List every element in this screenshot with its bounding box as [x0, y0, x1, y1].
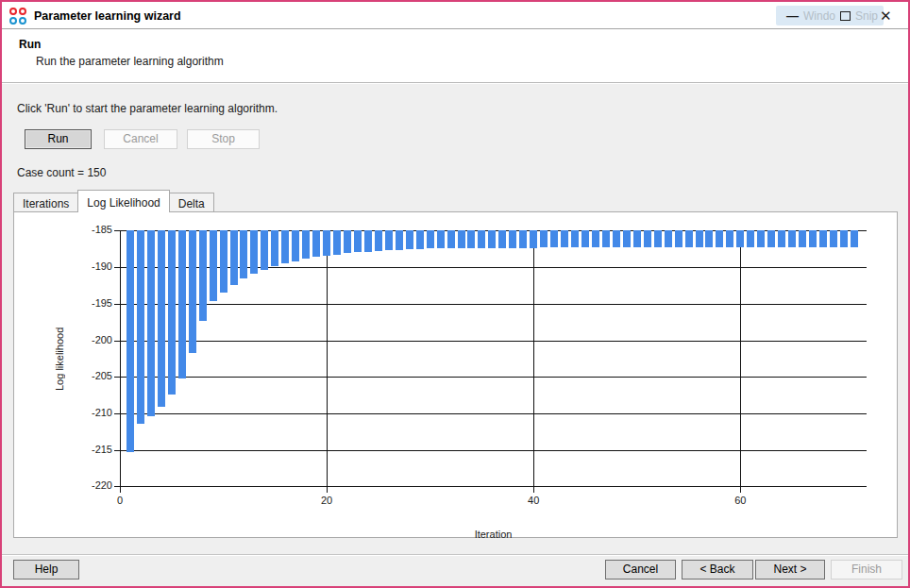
tab-delta[interactable]: Delta — [169, 193, 214, 212]
log-likelihood-bar — [654, 230, 662, 247]
log-likelihood-bar — [199, 230, 207, 321]
log-likelihood-bar — [696, 230, 703, 247]
window-title: Parameter learning wizard — [34, 9, 181, 23]
log-likelihood-bar — [550, 230, 558, 247]
h-gridline — [120, 377, 867, 378]
log-likelihood-bar — [189, 230, 196, 353]
log-likelihood-bar — [633, 230, 641, 247]
log-likelihood-bar — [271, 230, 278, 266]
log-likelihood-bar — [561, 230, 568, 247]
log-likelihood-bar — [333, 230, 341, 255]
log-likelihood-bar — [519, 230, 527, 248]
y-tick-label: -220 — [71, 479, 112, 491]
result-tabs: Iterations Log Likelihood Delta — [13, 190, 214, 212]
log-likelihood-bar — [799, 230, 806, 247]
v-gridline — [740, 230, 741, 487]
cancel-run-button[interactable]: Cancel — [104, 129, 177, 149]
log-likelihood-bar — [675, 230, 682, 247]
minimize-icon[interactable]: — — [786, 11, 799, 21]
log-likelihood-bar — [364, 230, 372, 252]
log-likelihood-bar — [250, 230, 258, 274]
log-likelihood-bar — [240, 230, 247, 278]
log-likelihood-bar — [530, 230, 537, 248]
log-likelihood-bar — [830, 230, 837, 247]
logo-ring-red — [19, 8, 26, 15]
log-likelihood-bar — [323, 230, 330, 256]
log-likelihood-bar — [210, 230, 217, 301]
tab-iterations[interactable]: Iterations — [13, 193, 78, 212]
v-gridline — [533, 230, 534, 487]
page-subtitle: Run the parameter learning algorithm — [36, 55, 224, 68]
y-axis-line — [120, 230, 121, 488]
h-gridline — [120, 341, 867, 342]
y-tick-label: -190 — [71, 260, 112, 272]
log-likelihood-bar — [385, 230, 393, 250]
log-likelihood-bar — [178, 230, 186, 378]
log-likelihood-bar — [767, 230, 775, 247]
next-button[interactable]: Next > — [755, 560, 825, 580]
y-tick-label: -195 — [71, 297, 112, 309]
x-axis-title: Iteration — [120, 529, 867, 540]
y-tick-mark — [114, 377, 120, 378]
close-icon[interactable]: ✕ — [880, 8, 892, 25]
y-tick-mark — [114, 341, 120, 342]
cancel-button[interactable]: Cancel — [605, 560, 676, 580]
plot-area: -185-190-195-200-205-210-215-2200204060 — [120, 230, 867, 487]
y-tick-label: -185 — [71, 224, 112, 235]
x-tick-label: 0 — [106, 495, 134, 506]
log-likelihood-bar — [406, 230, 413, 249]
y-tick-mark — [114, 304, 120, 305]
y-tick-label: -210 — [71, 407, 112, 418]
log-likelihood-bar — [427, 230, 434, 248]
run-button[interactable]: Run — [25, 129, 92, 149]
log-likelihood-bar — [375, 230, 382, 251]
page-title: Run — [19, 38, 41, 51]
log-likelihood-bar — [230, 230, 238, 285]
case-count-text: Case count = 150 — [17, 166, 106, 179]
x-tick-label: 40 — [519, 495, 548, 506]
wizard-footer: Help Cancel < Back Next > Finish — [2, 556, 908, 586]
y-tick-mark — [114, 450, 120, 451]
logo-ring-blue — [9, 17, 17, 25]
log-likelihood-bar — [498, 230, 506, 248]
y-tick-mark — [114, 230, 120, 231]
h-gridline — [120, 304, 867, 305]
log-likelihood-bar — [840, 230, 848, 247]
log-likelihood-bar — [851, 230, 858, 247]
log-likelihood-bar — [437, 230, 445, 248]
wizard-header: Run Run the parameter learning algorithm — [2, 30, 908, 83]
log-likelihood-bar — [736, 230, 744, 247]
log-likelihood-bar — [344, 230, 351, 253]
log-likelihood-bar — [478, 230, 485, 248]
bayes-server-logo-icon — [9, 8, 27, 25]
x-tick-mark — [533, 487, 534, 493]
maximize-icon[interactable] — [840, 11, 851, 21]
log-likelihood-bar — [581, 230, 589, 247]
log-likelihood-bar — [302, 230, 310, 259]
snip-ghost-text-left: Windo — [803, 9, 835, 23]
log-likelihood-bar — [447, 230, 455, 248]
y-tick-mark — [114, 413, 120, 414]
log-likelihood-bar — [312, 230, 320, 257]
back-button[interactable]: < Back — [682, 560, 753, 580]
tab-log-likelihood[interactable]: Log Likelihood — [77, 190, 169, 212]
log-likelihood-bar — [788, 230, 796, 247]
x-tick-label: 20 — [312, 495, 341, 506]
titlebar: Parameter learning wizard — Windo Snip ✕ — [2, 2, 908, 29]
finish-button[interactable]: Finish — [831, 560, 902, 580]
log-likelihood-bar — [158, 230, 165, 407]
help-button[interactable]: Help — [13, 560, 79, 580]
x-tick-mark — [120, 487, 121, 493]
log-likelihood-bar — [726, 230, 733, 247]
log-likelihood-bar — [354, 230, 362, 252]
log-likelihood-bar — [126, 230, 134, 452]
stop-button[interactable]: Stop — [187, 129, 260, 149]
snip-ghost-text-right: Snip — [855, 9, 878, 23]
y-tick-mark — [114, 267, 120, 268]
log-likelihood-bar — [488, 230, 496, 248]
x-tick-mark — [740, 487, 741, 493]
log-likelihood-bar — [137, 230, 144, 424]
log-likelihood-bar — [168, 230, 176, 395]
log-likelihood-bar — [458, 230, 465, 248]
log-likelihood-bar — [292, 230, 299, 261]
